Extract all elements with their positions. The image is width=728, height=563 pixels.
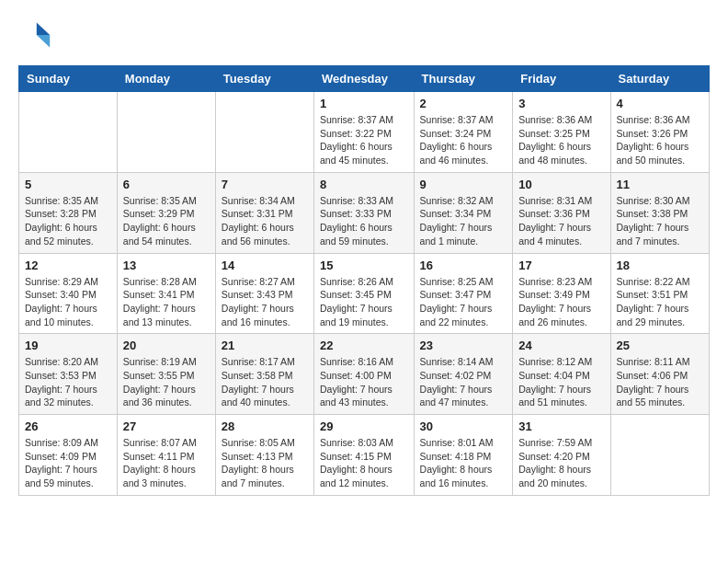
day-number: 30 [420, 419, 507, 433]
day-number: 29 [320, 419, 408, 433]
day-info: Sunrise: 8:23 AM Sunset: 3:49 PM Dayligh… [518, 275, 604, 329]
calendar-cell: 23Sunrise: 8:14 AM Sunset: 4:02 PM Dayli… [414, 334, 513, 415]
calendar-cell [19, 92, 118, 173]
calendar-cell: 8Sunrise: 8:33 AM Sunset: 3:33 PM Daylig… [314, 172, 415, 253]
day-info: Sunrise: 8:29 AM Sunset: 3:40 PM Dayligh… [25, 275, 111, 329]
calendar-cell: 9Sunrise: 8:32 AM Sunset: 3:34 PM Daylig… [414, 172, 513, 253]
calendar-cell: 2Sunrise: 8:37 AM Sunset: 3:24 PM Daylig… [414, 92, 513, 173]
day-number: 12 [25, 259, 111, 272]
day-info: Sunrise: 8:12 AM Sunset: 4:04 PM Dayligh… [518, 355, 604, 409]
day-info: Sunrise: 8:35 AM Sunset: 3:28 PM Dayligh… [25, 194, 111, 248]
calendar-cell: 26Sunrise: 8:09 AM Sunset: 4:09 PM Dayli… [19, 415, 118, 496]
calendar-week-row: 26Sunrise: 8:09 AM Sunset: 4:09 PM Dayli… [19, 415, 710, 496]
day-info: Sunrise: 8:33 AM Sunset: 3:33 PM Dayligh… [320, 194, 408, 248]
calendar-cell: 31Sunrise: 7:59 AM Sunset: 4:20 PM Dayli… [513, 415, 610, 496]
day-number: 4 [617, 97, 703, 110]
day-number: 13 [123, 259, 210, 272]
calendar-cell: 16Sunrise: 8:25 AM Sunset: 3:47 PM Dayli… [414, 253, 513, 334]
calendar-cell: 22Sunrise: 8:16 AM Sunset: 4:00 PM Dayli… [314, 334, 415, 415]
calendar-table: SundayMondayTuesdayWednesdayThursdayFrid… [18, 65, 710, 496]
logo-icon [18, 18, 51, 52]
svg-marker-1 [37, 35, 50, 48]
day-info: Sunrise: 8:36 AM Sunset: 3:26 PM Dayligh… [617, 113, 703, 167]
calendar-cell: 14Sunrise: 8:27 AM Sunset: 3:43 PM Dayli… [215, 253, 313, 334]
day-number: 16 [420, 259, 507, 272]
day-info: Sunrise: 8:19 AM Sunset: 3:55 PM Dayligh… [123, 355, 210, 409]
weekday-header-tuesday: Tuesday [215, 66, 313, 92]
day-info: Sunrise: 8:37 AM Sunset: 3:22 PM Dayligh… [320, 113, 408, 167]
calendar-cell: 29Sunrise: 8:03 AM Sunset: 4:15 PM Dayli… [314, 415, 415, 496]
day-number: 17 [518, 259, 604, 272]
calendar-cell: 6Sunrise: 8:35 AM Sunset: 3:29 PM Daylig… [117, 172, 215, 253]
weekday-header-wednesday: Wednesday [314, 66, 415, 92]
day-info: Sunrise: 8:16 AM Sunset: 4:00 PM Dayligh… [320, 355, 408, 409]
day-number: 6 [123, 178, 210, 191]
day-number: 28 [222, 419, 308, 433]
weekday-header-row: SundayMondayTuesdayWednesdayThursdayFrid… [19, 66, 710, 92]
day-number: 2 [420, 97, 507, 110]
day-info: Sunrise: 8:11 AM Sunset: 4:06 PM Dayligh… [617, 355, 703, 409]
calendar-cell: 1Sunrise: 8:37 AM Sunset: 3:22 PM Daylig… [314, 92, 415, 173]
day-info: Sunrise: 8:32 AM Sunset: 3:34 PM Dayligh… [420, 194, 507, 248]
calendar-cell: 11Sunrise: 8:30 AM Sunset: 3:38 PM Dayli… [610, 172, 709, 253]
day-number: 15 [320, 259, 408, 272]
day-number: 7 [222, 178, 308, 191]
calendar-cell: 30Sunrise: 8:01 AM Sunset: 4:18 PM Dayli… [414, 415, 513, 496]
day-info: Sunrise: 8:09 AM Sunset: 4:09 PM Dayligh… [25, 436, 111, 490]
page-header [18, 18, 710, 52]
calendar-cell: 5Sunrise: 8:35 AM Sunset: 3:28 PM Daylig… [19, 172, 118, 253]
calendar-week-row: 12Sunrise: 8:29 AM Sunset: 3:40 PM Dayli… [19, 253, 710, 334]
day-info: Sunrise: 8:20 AM Sunset: 3:53 PM Dayligh… [25, 355, 111, 409]
day-info: Sunrise: 8:27 AM Sunset: 3:43 PM Dayligh… [222, 275, 308, 329]
calendar-cell: 10Sunrise: 8:31 AM Sunset: 3:36 PM Dayli… [513, 172, 610, 253]
calendar-week-row: 5Sunrise: 8:35 AM Sunset: 3:28 PM Daylig… [19, 172, 710, 253]
weekday-header-sunday: Sunday [19, 66, 118, 92]
day-info: Sunrise: 8:22 AM Sunset: 3:51 PM Dayligh… [617, 275, 703, 329]
weekday-header-saturday: Saturday [610, 66, 709, 92]
calendar-week-row: 1Sunrise: 8:37 AM Sunset: 3:22 PM Daylig… [19, 92, 710, 173]
day-number: 19 [25, 339, 111, 352]
day-info: Sunrise: 8:26 AM Sunset: 3:45 PM Dayligh… [320, 275, 408, 329]
calendar-cell: 18Sunrise: 8:22 AM Sunset: 3:51 PM Dayli… [610, 253, 709, 334]
day-info: Sunrise: 8:03 AM Sunset: 4:15 PM Dayligh… [320, 436, 408, 490]
calendar-cell: 25Sunrise: 8:11 AM Sunset: 4:06 PM Dayli… [610, 334, 709, 415]
day-info: Sunrise: 8:36 AM Sunset: 3:25 PM Dayligh… [518, 113, 604, 167]
day-number: 14 [222, 259, 308, 272]
day-number: 24 [518, 339, 604, 352]
calendar-cell: 19Sunrise: 8:20 AM Sunset: 3:53 PM Dayli… [19, 334, 118, 415]
logo [18, 18, 57, 52]
calendar-cell: 13Sunrise: 8:28 AM Sunset: 3:41 PM Dayli… [117, 253, 215, 334]
day-number: 23 [420, 339, 507, 352]
day-number: 10 [518, 178, 604, 191]
day-info: Sunrise: 8:34 AM Sunset: 3:31 PM Dayligh… [222, 194, 308, 248]
weekday-header-monday: Monday [117, 66, 215, 92]
day-number: 9 [420, 178, 507, 191]
day-number: 18 [617, 259, 703, 272]
calendar-cell: 7Sunrise: 8:34 AM Sunset: 3:31 PM Daylig… [215, 172, 313, 253]
day-number: 21 [222, 339, 308, 352]
day-number: 8 [320, 178, 408, 191]
day-info: Sunrise: 8:37 AM Sunset: 3:24 PM Dayligh… [420, 113, 507, 167]
day-info: Sunrise: 8:14 AM Sunset: 4:02 PM Dayligh… [420, 355, 507, 409]
calendar-week-row: 19Sunrise: 8:20 AM Sunset: 3:53 PM Dayli… [19, 334, 710, 415]
calendar-cell: 4Sunrise: 8:36 AM Sunset: 3:26 PM Daylig… [610, 92, 709, 173]
day-info: Sunrise: 8:25 AM Sunset: 3:47 PM Dayligh… [420, 275, 507, 329]
day-number: 31 [518, 419, 604, 433]
weekday-header-thursday: Thursday [414, 66, 513, 92]
calendar-cell: 3Sunrise: 8:36 AM Sunset: 3:25 PM Daylig… [513, 92, 610, 173]
day-number: 26 [25, 419, 111, 433]
day-number: 11 [617, 178, 703, 191]
day-info: Sunrise: 8:31 AM Sunset: 3:36 PM Dayligh… [518, 194, 604, 248]
day-info: Sunrise: 8:28 AM Sunset: 3:41 PM Dayligh… [123, 275, 210, 329]
calendar-cell: 21Sunrise: 8:17 AM Sunset: 3:58 PM Dayli… [215, 334, 313, 415]
day-info: Sunrise: 7:59 AM Sunset: 4:20 PM Dayligh… [518, 436, 604, 490]
day-number: 3 [518, 97, 604, 110]
calendar-cell: 15Sunrise: 8:26 AM Sunset: 3:45 PM Dayli… [314, 253, 415, 334]
day-number: 1 [320, 97, 408, 110]
calendar-cell: 27Sunrise: 8:07 AM Sunset: 4:11 PM Dayli… [117, 415, 215, 496]
day-info: Sunrise: 8:35 AM Sunset: 3:29 PM Dayligh… [123, 194, 210, 248]
day-number: 25 [617, 339, 703, 352]
calendar-cell: 28Sunrise: 8:05 AM Sunset: 4:13 PM Dayli… [215, 415, 313, 496]
calendar-cell: 12Sunrise: 8:29 AM Sunset: 3:40 PM Dayli… [19, 253, 118, 334]
calendar-cell: 20Sunrise: 8:19 AM Sunset: 3:55 PM Dayli… [117, 334, 215, 415]
